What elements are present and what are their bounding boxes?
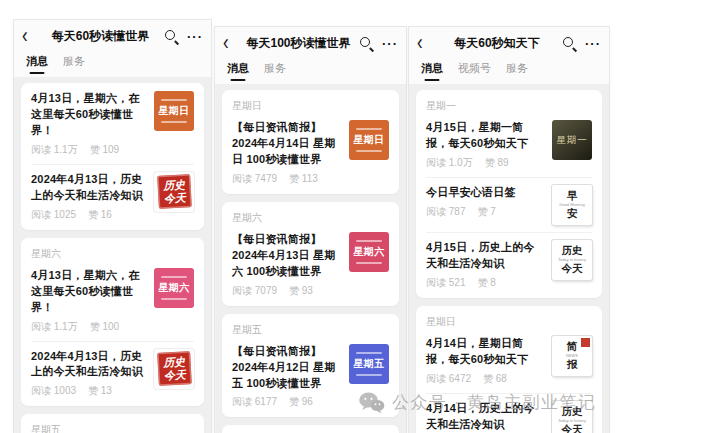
list-item[interactable]: 今日早安心语日签阅读 787赞 7早Good Morning安 [426,177,592,225]
message-card: 星期一4月15日，星期一简报，每天60秒知天下阅读 1.0万赞 89星期一今日早… [416,90,602,298]
list-item[interactable]: 4月14日，星期日简报，每天60秒知天下阅读 6472赞 68简NEWS报 [426,336,592,386]
header-icons: ··· [164,29,203,43]
thumb-decor [356,352,382,354]
item-meta: 阅读 7079赞 93 [232,284,341,298]
item-main: 4月14日，星期日简报，每天60秒知天下阅读 6472赞 68 [426,336,544,386]
tab-services[interactable]: 服务 [264,61,286,76]
item-title: 【每日资讯简报】2024年4月14日 星期日 100秒读懂世界 [232,120,341,168]
search-icon[interactable] [562,36,576,50]
tab-messages[interactable]: 消息 [26,54,48,69]
item-meta: 阅读 787赞 7 [426,205,544,219]
message-card: 星期五【每日资讯简报】2024年4月12日 星期五 100秒读懂世界阅读 617… [222,314,399,418]
read-count: 阅读 787 [426,205,465,219]
message-card: 星期六4月13日，星期六，在这里每天60秒读懂世界！阅读 1.1万赞 100星期… [21,238,204,407]
thumb-text: 星期六 [158,281,190,295]
item-main: 4月14日，历史上的今天和生活冷知识阅读 436赞 8 [426,401,544,433]
like-count: 赞 16 [88,208,112,222]
back-icon[interactable]: ‹ [223,32,237,53]
item-main: 【每日资讯简报】2024年4月13日 星期六 100秒读懂世界阅读 7079赞 … [232,232,341,298]
panel-header: ‹每天100秒读懂世界···消息服务 [215,27,406,84]
section-label: 星期五 [232,323,389,337]
message-card: 星期六【每日资讯简报】2024年4月13日 星期六 100秒读懂世界阅读 707… [222,202,399,306]
like-count: 赞 93 [289,284,313,298]
like-count: 赞 100 [90,320,119,334]
tab-messages[interactable]: 消息 [421,61,443,76]
read-count: 阅读 7079 [232,284,277,298]
message-card: 星期日4月14日，星期日简报，每天60秒知天下阅读 6472赞 68简NEWS报… [416,306,602,433]
list-item[interactable]: 4月13日，星期六，在这里每天60秒读懂世界！阅读 1.1万赞 109星期日 [31,91,194,157]
read-count: 阅读 1.1万 [31,320,78,334]
message-list: 4月13日，星期六，在这里每天60秒读懂世界！阅读 1.1万赞 109星期日20… [14,77,211,433]
read-count: 阅读 1025 [31,208,76,222]
panel-title: 每天100秒读懂世界 [243,35,354,52]
header-row: ‹每天100秒读懂世界··· [223,32,398,54]
panel-title: 每天60秒读懂世界 [42,28,159,45]
like-count: 赞 89 [485,156,509,170]
read-count: 阅读 1.1万 [31,143,78,157]
section-label: 星期六 [31,247,194,261]
thumb-decor [161,99,187,101]
section-label: 星期五 [31,423,194,433]
thumb-text-top: 历史 [562,406,583,418]
tab-channels[interactable]: 视频号 [458,61,491,76]
item-meta: 阅读 1.1万赞 100 [31,320,146,334]
thumb-decor [356,240,382,242]
more-icon[interactable]: ··· [585,37,601,50]
search-icon[interactable] [164,29,178,43]
like-count: 赞 96 [289,395,313,409]
list-item[interactable]: 4月13日，星期六，在这里每天60秒读懂世界！阅读 1.1万赞 100星期六 [31,268,194,334]
item-main: 4月15日，星期一简报，每天60秒知天下阅读 1.0万赞 89 [426,120,544,170]
message-list: 星期日【每日资讯简报】2024年4月14日 星期日 100秒读懂世界阅读 747… [215,84,406,433]
thumb-text: 星期日 [158,104,190,118]
header-icons: ··· [359,36,398,50]
list-item[interactable]: 2024年4月13日，历史上的今天和生活冷知识阅读 1025赞 16历史今天 [31,164,194,222]
list-item[interactable]: 2024年4月13日，历史上的今天和生活冷知识阅读 1003赞 13历史今天 [31,341,194,399]
more-icon[interactable]: ··· [187,30,203,43]
list-item[interactable]: 4月15日，历史上的今天和生活冷知识阅读 521赞 8历史Today in hi… [426,232,592,290]
thumb-text-bottom: 安 [567,208,578,220]
list-item[interactable]: 【每日资讯简报】2024年4月12日 星期五 100秒读懂世界阅读 6177赞 … [232,344,389,410]
item-title: 4月14日，历史上的今天和生活冷知识 [426,401,544,433]
list-item[interactable]: 【每日资讯简报】2024年4月13日 星期六 100秒读懂世界阅读 7079赞 … [232,232,389,298]
tab-bar: 消息服务 [22,47,203,77]
thumb-text: 星期五 [353,357,385,371]
list-item[interactable]: 4月14日，历史上的今天和生活冷知识阅读 436赞 8历史Today in hi… [426,393,592,433]
item-title: 4月15日，历史上的今天和生活冷知识 [426,240,544,272]
thumb-text-bottom: 报 [567,359,578,371]
list-item[interactable]: 4月15日，星期一简报，每天60秒知天下阅读 1.0万赞 89星期一 [426,120,592,170]
back-icon[interactable]: ‹ [417,32,431,53]
list-item[interactable]: 【每日资讯简报】2024年4月14日 星期日 100秒读懂世界阅读 7479赞 … [232,120,389,186]
like-count: 赞 13 [88,384,112,398]
panel-1: ‹每天60秒读懂世界···消息服务4月13日，星期六，在这里每天60秒读懂世界！… [14,20,211,433]
tab-services[interactable]: 服务 [63,54,85,69]
tab-services[interactable]: 服务 [506,61,528,76]
more-icon[interactable]: ··· [382,37,398,50]
thumb-text: 星期日 [353,133,385,147]
like-count: 赞 68 [483,372,507,386]
history-thumb: 历史Today in history今天 [552,240,592,280]
item-meta: 阅读 6177赞 96 [232,395,341,409]
item-meta: 阅读 1025赞 16 [31,208,146,222]
item-title: 2024年4月13日，历史上的今天和生活冷知识 [31,349,146,381]
search-icon[interactable] [359,36,373,50]
item-meta: 阅读 1003赞 13 [31,384,146,398]
read-count: 阅读 1003 [31,384,76,398]
history-seal-thumb: 历史今天 [154,349,194,389]
header-row: ‹每天60秒读懂世界··· [22,25,203,47]
item-title: 【每日资讯简报】2024年4月12日 星期五 100秒读懂世界 [232,344,341,392]
thumb-decor [161,121,187,123]
thumb-text-top: 早 [567,190,578,202]
like-count: 赞 7 [477,205,495,219]
thumb-decor [161,298,187,300]
item-title: 4月13日，星期六，在这里每天60秒读懂世界！ [31,91,146,139]
stage: 公众号 · 黄岛主副业笔记 ‹每天60秒读懂世界···消息服务4月13日，星期六… [0,0,702,433]
morning-thumb: 早Good Morning安 [552,185,592,225]
item-main: 4月15日，历史上的今天和生活冷知识阅读 521赞 8 [426,240,544,290]
seal-text-bottom: 今天 [163,368,186,382]
item-meta: 阅读 6472赞 68 [426,372,544,386]
thumb-text-top: 简 [567,341,578,353]
section-label: 星期六 [232,211,389,225]
tab-messages[interactable]: 消息 [227,61,249,76]
back-icon[interactable]: ‹ [22,25,36,46]
thumb-text-bottom: 今天 [562,263,583,275]
